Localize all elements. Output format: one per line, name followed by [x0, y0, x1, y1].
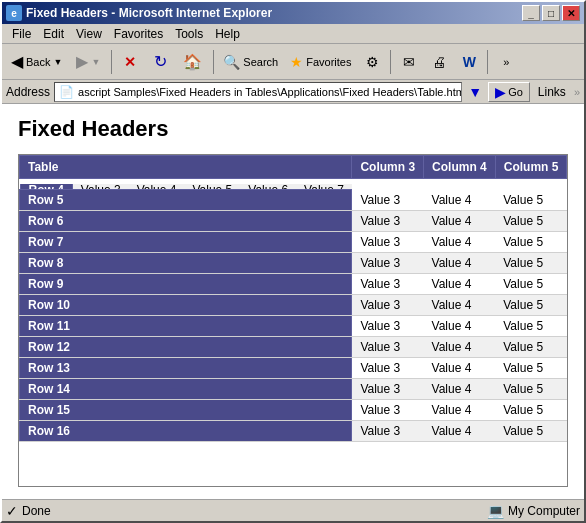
media-button[interactable]: ⚙: [358, 48, 386, 76]
edit-button[interactable]: W: [455, 48, 483, 76]
table-row: Row 14Value 3Value 4Value 5Value 6Value …: [20, 379, 568, 400]
go-button[interactable]: ▶ Go: [488, 82, 530, 102]
media-icon: ⚙: [366, 54, 379, 70]
refresh-button[interactable]: ↻: [146, 48, 174, 76]
favorites-label: Favorites: [306, 56, 351, 68]
cell: Value 5: [495, 232, 567, 253]
statusbar-right: 💻 My Computer: [487, 503, 580, 519]
row-header-cell: Row 6: [20, 211, 352, 232]
cell: Value 5: [495, 358, 567, 379]
search-button[interactable]: 🔍 Search: [218, 48, 283, 76]
separator-4: [487, 50, 488, 74]
row-header-cell: Row 12: [20, 337, 352, 358]
menubar: File Edit View Favorites Tools Help: [2, 24, 584, 44]
home-icon: 🏠: [183, 53, 202, 71]
cell: Value 4: [424, 232, 496, 253]
row-header-4: Row 4: [20, 180, 72, 190]
data-table: Table Column 3 Column 4 Column 5 Column …: [19, 155, 567, 442]
menu-view[interactable]: View: [70, 25, 108, 43]
cell: Value 5: [184, 180, 240, 190]
cell: Value 4: [424, 379, 496, 400]
cell: Value 3: [352, 253, 424, 274]
cell: Value 4: [424, 316, 496, 337]
back-button[interactable]: ◀ Back ▼: [6, 48, 67, 76]
cell: Value 4: [424, 337, 496, 358]
home-button[interactable]: 🏠: [176, 48, 209, 76]
address-dropdown-icon[interactable]: ▼: [466, 84, 484, 100]
cell: Value 3: [352, 274, 424, 295]
favorites-icon: ★: [290, 54, 303, 70]
col-header-4: Column 4: [424, 156, 496, 179]
cell: Value 6: [240, 180, 296, 190]
row-header-cell: Row 10: [20, 295, 352, 316]
back-dropdown-icon: ▼: [53, 57, 62, 67]
table-row: Row 8Value 3Value 4Value 5Value 6Value 7: [20, 253, 568, 274]
maximize-button[interactable]: □: [542, 5, 560, 21]
statusbar: ✓ Done 💻 My Computer: [2, 499, 584, 521]
row-header-cell: Row 15: [20, 400, 352, 421]
menu-tools[interactable]: Tools: [169, 25, 209, 43]
forward-dropdown-icon: ▼: [91, 57, 100, 67]
menu-edit[interactable]: Edit: [37, 25, 70, 43]
cell: Value 3: [352, 211, 424, 232]
menu-file[interactable]: File: [6, 25, 37, 43]
table-container: Table Column 3 Column 4 Column 5 Column …: [18, 154, 568, 487]
cell: Value 4: [424, 253, 496, 274]
cell: Value 3: [72, 180, 128, 190]
cell: Value 5: [495, 379, 567, 400]
address-input[interactable]: 📄 ascript Samples\Fixed Headers in Table…: [54, 82, 462, 102]
mail-button[interactable]: ✉: [395, 48, 423, 76]
forward-button[interactable]: ▶ ▼: [69, 48, 107, 76]
table-row: Row 13Value 3Value 4Value 5Value 6Value …: [20, 358, 568, 379]
edit-icon: W: [463, 54, 476, 70]
address-text: ascript Samples\Fixed Headers in Tables\…: [78, 86, 462, 98]
table-row: Row 15Value 3Value 4Value 5Value 6Value …: [20, 400, 568, 421]
titlebar-buttons[interactable]: _ □ ✕: [522, 5, 580, 21]
stop-icon: ✕: [124, 54, 136, 70]
cell: Value 4: [424, 400, 496, 421]
row-header-cell: Row 8: [20, 253, 352, 274]
table-row: Row 10Value 3Value 4Value 5Value 6Value …: [20, 295, 568, 316]
cell: Value 5: [495, 295, 567, 316]
cell: Value 3: [352, 232, 424, 253]
forward-arrow-icon: ▶: [76, 52, 88, 71]
row-header-cell: Row 9: [20, 274, 352, 295]
col-header-5: Column 5: [495, 156, 567, 179]
table-row: Row 6Value 3Value 4Value 5Value 6Value 7: [20, 211, 568, 232]
cell: Value 4: [424, 295, 496, 316]
cell: Value 3: [352, 316, 424, 337]
minimize-button[interactable]: _: [522, 5, 540, 21]
mail-icon: ✉: [403, 54, 415, 70]
table-scroll[interactable]: Table Column 3 Column 4 Column 5 Column …: [19, 155, 567, 486]
status-icon: ✓: [6, 503, 18, 519]
table-row: Row 7Value 3Value 4Value 5Value 6Value 7: [20, 232, 568, 253]
stop-button[interactable]: ✕: [116, 48, 144, 76]
separator-2: [213, 50, 214, 74]
refresh-icon: ↻: [154, 52, 167, 71]
cell: Value 7: [296, 180, 352, 190]
row-header-cell: Row 11: [20, 316, 352, 337]
cell: Value 3: [352, 358, 424, 379]
table-row: Row 12Value 3Value 4Value 5Value 6Value …: [20, 337, 568, 358]
print-button[interactable]: 🖨: [425, 48, 453, 76]
menu-help[interactable]: Help: [209, 25, 246, 43]
menu-favorites[interactable]: Favorites: [108, 25, 169, 43]
row-header-cell: Row 7: [20, 232, 352, 253]
row-header-cell: Row 14: [20, 379, 352, 400]
titlebar-left: e Fixed Headers - Microsoft Internet Exp…: [6, 5, 272, 21]
search-label: Search: [243, 56, 278, 68]
page-title: Fixed Headers: [18, 116, 568, 142]
more-button[interactable]: »: [492, 48, 520, 76]
print-icon: 🖨: [432, 54, 446, 70]
table-row: Row 11Value 3Value 4Value 5Value 6Value …: [20, 316, 568, 337]
content-area: Fixed Headers Table Column 3 Column 4 Co…: [2, 104, 584, 499]
go-arrow-icon: ▶: [495, 84, 506, 100]
cell: Value 4: [424, 274, 496, 295]
address-label: Address: [6, 85, 50, 99]
cell: Value 3: [352, 379, 424, 400]
favorites-button[interactable]: ★ Favorites: [285, 48, 356, 76]
table-row: Row 16Value 3Value 4Value 5Value 6Value …: [20, 421, 568, 442]
titlebar: e Fixed Headers - Microsoft Internet Exp…: [2, 2, 584, 24]
cell: Value 3: [352, 295, 424, 316]
close-button[interactable]: ✕: [562, 5, 580, 21]
